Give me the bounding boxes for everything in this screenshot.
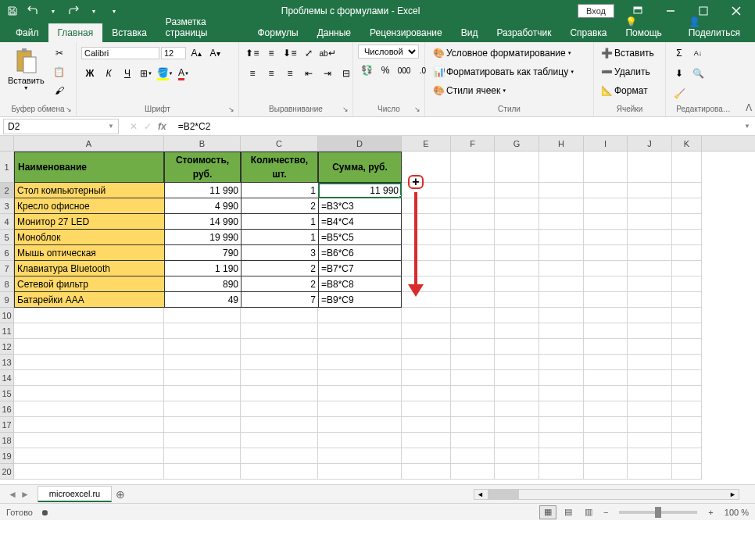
cell-I8[interactable]: [584, 276, 628, 292]
cell-D7[interactable]: =B7*C7: [318, 261, 402, 276]
cell-J19[interactable]: [628, 448, 672, 464]
cell-H1[interactable]: [539, 152, 584, 183]
login-button[interactable]: Вход: [578, 4, 614, 18]
cell-H8[interactable]: [539, 276, 584, 292]
new-sheet-button[interactable]: ⊕: [112, 486, 129, 503]
cell-F2[interactable]: [451, 183, 495, 198]
cell-H3[interactable]: [539, 198, 584, 214]
cell-J8[interactable]: [628, 276, 672, 292]
cell-I9[interactable]: [584, 292, 628, 308]
column-header-E[interactable]: E: [402, 136, 451, 151]
cell-C17[interactable]: [241, 417, 318, 433]
cell-H5[interactable]: [539, 230, 584, 245]
cell-A17[interactable]: [14, 417, 164, 433]
cell-D16[interactable]: [318, 401, 402, 417]
align-top[interactable]: ⬆≡: [244, 45, 261, 62]
cell-H20[interactable]: [539, 464, 584, 480]
cell-E6[interactable]: [402, 245, 451, 261]
increase-font-size[interactable]: A▴: [188, 45, 205, 62]
format-as-table[interactable]: 📊 Форматировать как таблицу ▼: [430, 63, 578, 80]
tab-home[interactable]: Главная: [48, 23, 103, 42]
autosum-button[interactable]: Σ: [671, 45, 688, 62]
cell-C11[interactable]: [241, 323, 318, 339]
column-header-C[interactable]: C: [241, 136, 318, 151]
tab-pagelayout[interactable]: Разметка страницы: [156, 12, 249, 42]
cell-J5[interactable]: [628, 230, 672, 245]
cell-H9[interactable]: [539, 292, 584, 308]
cell-B19[interactable]: [164, 448, 241, 464]
cell-C15[interactable]: [241, 386, 318, 401]
normal-view[interactable]: ▦: [539, 505, 556, 519]
cell-H7[interactable]: [539, 261, 584, 276]
cell-K3[interactable]: [672, 198, 702, 214]
cell-D11[interactable]: [318, 323, 402, 339]
cell-G19[interactable]: [495, 448, 539, 464]
cell-B5[interactable]: 19 990: [164, 230, 241, 245]
cell-B10[interactable]: [164, 308, 241, 323]
cell-J16[interactable]: [628, 401, 672, 417]
cell-F18[interactable]: [451, 433, 495, 448]
cell-G13[interactable]: [495, 355, 539, 370]
cell-J9[interactable]: [628, 292, 672, 308]
cell-E7[interactable]: [402, 261, 451, 276]
cell-I13[interactable]: [584, 355, 628, 370]
cell-J14[interactable]: [628, 370, 672, 386]
currency-button[interactable]: 💱: [358, 62, 375, 79]
cell-I12[interactable]: [584, 339, 628, 355]
row-header-5[interactable]: 5: [0, 230, 14, 245]
cell-C13[interactable]: [241, 355, 318, 370]
cell-A16[interactable]: [14, 401, 164, 417]
cell-J11[interactable]: [628, 323, 672, 339]
cell-H11[interactable]: [539, 323, 584, 339]
cell-B18[interactable]: [164, 433, 241, 448]
cell-D3[interactable]: =B3*C3: [318, 198, 402, 214]
paste-button[interactable]: Вставить ▼: [5, 45, 48, 92]
cell-I2[interactable]: [584, 183, 628, 198]
cell-F12[interactable]: [451, 339, 495, 355]
row-header-6[interactable]: 6: [0, 245, 14, 261]
column-header-D[interactable]: D: [318, 136, 402, 151]
save-button[interactable]: [3, 2, 22, 20]
cell-E13[interactable]: [402, 355, 451, 370]
cell-A6[interactable]: Мышь оптическая: [14, 245, 164, 261]
fill-button[interactable]: ⬇: [671, 65, 688, 82]
cell-K17[interactable]: [672, 417, 702, 433]
cell-H4[interactable]: [539, 214, 584, 230]
cell-H6[interactable]: [539, 245, 584, 261]
cell-E3[interactable]: [402, 198, 451, 214]
enter-formula[interactable]: ✓: [144, 121, 152, 132]
cell-H2[interactable]: [539, 183, 584, 198]
cell-D12[interactable]: [318, 339, 402, 355]
cell-I18[interactable]: [584, 433, 628, 448]
cell-K16[interactable]: [672, 401, 702, 417]
borders-button[interactable]: ⊞▼: [138, 65, 155, 82]
cell-K13[interactable]: [672, 355, 702, 370]
cell-F16[interactable]: [451, 401, 495, 417]
cell-G16[interactable]: [495, 401, 539, 417]
zoom-out[interactable]: −: [600, 508, 611, 517]
tab-help[interactable]: Справка: [560, 23, 616, 42]
cell-I4[interactable]: [584, 214, 628, 230]
fx-button[interactable]: fx: [158, 121, 166, 132]
cell-J15[interactable]: [628, 386, 672, 401]
tab-file[interactable]: Файл: [6, 23, 48, 42]
cell-H12[interactable]: [539, 339, 584, 355]
cell-G15[interactable]: [495, 386, 539, 401]
row-header-13[interactable]: 13: [0, 355, 14, 370]
cell-I14[interactable]: [584, 370, 628, 386]
next-sheet[interactable]: ►: [20, 489, 30, 500]
cell-E16[interactable]: [402, 401, 451, 417]
cell-I1[interactable]: [584, 152, 628, 183]
cell-F14[interactable]: [451, 370, 495, 386]
cell-A18[interactable]: [14, 433, 164, 448]
row-header-1[interactable]: 1: [0, 152, 14, 183]
tab-developer[interactable]: Разработчик: [487, 23, 560, 42]
row-header-11[interactable]: 11: [0, 323, 14, 339]
cell-I5[interactable]: [584, 230, 628, 245]
cell-J3[interactable]: [628, 198, 672, 214]
cell-I20[interactable]: [584, 464, 628, 480]
cell-C3[interactable]: 2: [241, 198, 318, 214]
cell-B20[interactable]: [164, 464, 241, 480]
cell-I3[interactable]: [584, 198, 628, 214]
tab-review[interactable]: Рецензирование: [360, 23, 452, 42]
